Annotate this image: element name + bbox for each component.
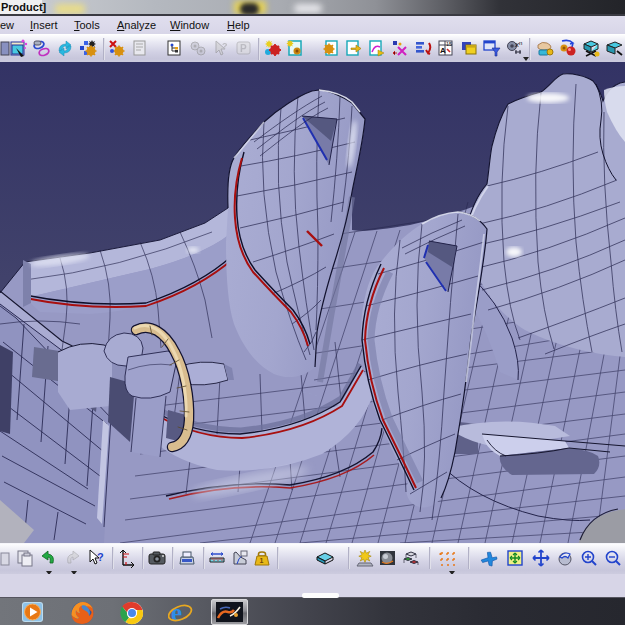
svg-text:15: 15 [446,41,452,47]
svg-text:?: ? [222,41,228,51]
svg-text:P: P [240,43,247,54]
svg-text:A: A [440,46,446,55]
svg-text:1: 1 [260,557,264,564]
svg-text:n: n [519,40,522,46]
svg-text:e: e [171,601,182,625]
svg-text:?: ? [97,551,104,563]
